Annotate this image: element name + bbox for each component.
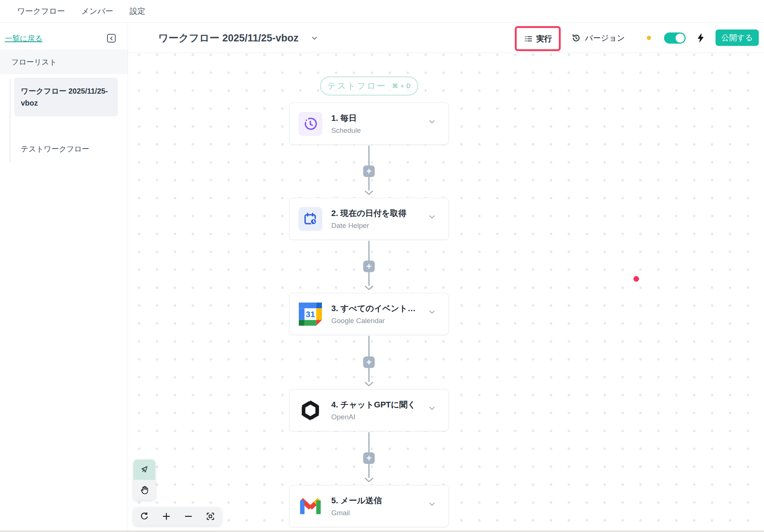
sidebar: 一覧に戻る フローリスト ワークフロー 2025/11/25-vboz テストワ…	[0, 23, 128, 532]
workflow-builder-screen: ワークフロー メンバー 設定 一覧に戻る フローリスト ワークフロー 2025/…	[0, 0, 764, 532]
node-card-date-helper[interactable]: 2. 現在の日付を取得 Date Helper	[289, 198, 449, 240]
nav-tab-settings[interactable]: 設定	[129, 6, 145, 16]
run-button-annotation: 実行	[515, 26, 561, 51]
schedule-icon	[298, 112, 322, 136]
chevron-down-icon[interactable]	[428, 500, 436, 508]
node-text: 3. すべてのイベント… Google Calendar	[331, 303, 416, 325]
lightning-icon	[696, 33, 706, 43]
chevron-down-icon[interactable]	[428, 117, 436, 126]
minus-icon	[184, 511, 193, 521]
plus-icon	[162, 511, 171, 521]
arrow-down-icon	[364, 285, 373, 290]
workflow-canvas[interactable]: テストフロー ⌘ + D 1. 毎日 Schedule +	[128, 53, 764, 532]
node-app-name: Schedule	[331, 126, 361, 135]
connector: +	[363, 241, 375, 292]
publish-button[interactable]: 公開する	[716, 29, 759, 46]
reset-view-button[interactable]	[137, 507, 152, 525]
run-button-label: 実行	[536, 34, 552, 44]
node-card-schedule[interactable]: 1. 毎日 Schedule	[289, 103, 449, 145]
node-title: 5. メール送信	[331, 495, 382, 506]
node-card-gmail[interactable]: 5. メール送信 Gmail	[289, 485, 449, 527]
arrow-down-icon	[364, 382, 373, 387]
gmail-icon	[298, 494, 322, 518]
cursor-arrow-icon	[140, 465, 149, 475]
node-app-name: Date Helper	[331, 222, 407, 230]
connector: +	[363, 432, 375, 484]
select-tool-button[interactable]	[134, 460, 155, 480]
nav-tab-workflow[interactable]: ワークフロー	[17, 6, 65, 16]
node-app-name: Google Calendar	[331, 317, 416, 325]
test-flow-shortcut: ⌘ + D	[392, 82, 411, 90]
chevron-down-icon[interactable]	[428, 307, 436, 316]
hand-icon	[140, 485, 149, 495]
chevron-down-icon[interactable]	[428, 212, 436, 221]
node-text: 5. メール送信 Gmail	[331, 495, 382, 517]
date-helper-icon	[298, 207, 322, 231]
flow-list-item-active[interactable]: ワークフロー 2025/11/25-vboz	[14, 78, 118, 116]
connector: +	[363, 145, 375, 197]
flow-list-item[interactable]: テストワークフロー	[21, 144, 89, 154]
history-icon	[571, 33, 581, 43]
back-to-list-link[interactable]: 一覧に戻る	[5, 34, 43, 44]
zoom-in-button[interactable]	[159, 507, 174, 525]
fit-view-button[interactable]	[203, 507, 218, 525]
zoom-out-button[interactable]	[181, 507, 196, 525]
node-title: 3. すべてのイベント…	[331, 303, 416, 314]
arrow-down-icon	[364, 478, 373, 482]
node-app-name: Gmail	[331, 509, 382, 517]
flow-list-section-title: フローリスト	[0, 50, 128, 74]
version-button[interactable]: バージョン	[571, 23, 625, 53]
connector: +	[363, 336, 375, 388]
trigger-button[interactable]	[695, 32, 707, 44]
chevron-left-icon	[109, 36, 114, 41]
openai-icon	[298, 398, 322, 422]
node-text: 4. チャットGPTに聞く OpenAI	[331, 399, 416, 421]
nav-tab-members[interactable]: メンバー	[81, 6, 113, 16]
node-title: 1. 毎日	[331, 113, 361, 124]
canvas-tool-group	[134, 460, 155, 500]
test-flow-button[interactable]: テストフロー ⌘ + D	[320, 76, 418, 96]
version-button-label: バージョン	[585, 33, 625, 43]
add-step-button[interactable]: +	[363, 356, 375, 368]
workflow-header: ワークフロー 2025/11/25-vboz 実行 バージョン	[128, 23, 764, 53]
google-calendar-icon: 31	[298, 302, 322, 326]
calendar-day-number: 31	[306, 309, 315, 319]
refresh-icon	[140, 511, 149, 521]
collapse-sidebar-button[interactable]	[107, 34, 116, 43]
fit-view-icon	[206, 511, 215, 521]
test-flow-label: テストフロー	[327, 80, 386, 92]
node-text: 2. 現在の日付を取得 Date Helper	[331, 208, 407, 230]
add-step-button[interactable]: +	[363, 261, 375, 272]
top-nav: ワークフロー メンバー 設定	[0, 0, 764, 23]
status-dot	[647, 36, 651, 40]
pan-tool-button[interactable]	[134, 480, 155, 500]
toggle-knob	[676, 34, 685, 43]
add-step-button[interactable]: +	[363, 166, 375, 177]
workflow-title-dropdown[interactable]: ワークフロー 2025/11/25-vboz	[158, 23, 319, 53]
workflow-title: ワークフロー 2025/11/25-vboz	[158, 31, 298, 45]
run-button[interactable]: 実行	[524, 34, 552, 44]
autosave-toggle[interactable]	[664, 32, 686, 44]
node-title: 4. チャットGPTに聞く	[331, 399, 416, 410]
node-app-name: OpenAI	[331, 413, 416, 421]
window-bottom-edge	[0, 531, 764, 532]
node-card-openai[interactable]: 4. チャットGPTに聞く OpenAI	[289, 389, 449, 431]
node-title: 2. 現在の日付を取得	[331, 208, 407, 219]
add-step-button[interactable]: +	[363, 453, 375, 464]
node-card-google-calendar[interactable]: 31 3. すべてのイベント… Google Calendar	[289, 293, 449, 335]
flow-list-indent-line	[10, 78, 10, 162]
chevron-down-icon[interactable]	[428, 404, 436, 413]
arrow-down-icon	[364, 190, 373, 195]
canvas-zoom-bar	[134, 507, 221, 525]
node-text: 1. 毎日 Schedule	[331, 113, 361, 135]
click-annotation-dot	[633, 276, 639, 282]
run-list-icon	[524, 34, 533, 43]
chevron-down-icon	[310, 34, 319, 42]
